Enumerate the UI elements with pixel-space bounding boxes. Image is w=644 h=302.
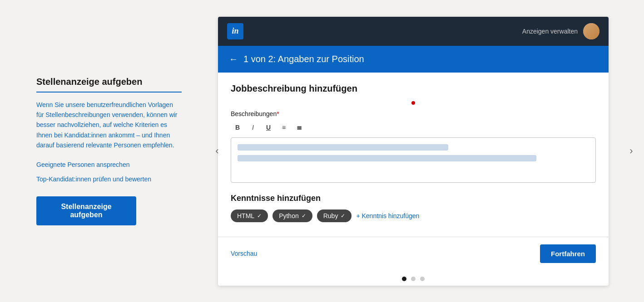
step-header: ← 1 von 2: Angaben zur Position — [218, 46, 609, 73]
nav-arrow-left[interactable]: ‹ — [209, 143, 225, 159]
step-title: 1 von 2: Angaben zur Position — [243, 54, 364, 64]
skill-python-check: ✓ — [302, 213, 306, 219]
numbered-list-button[interactable]: ≣ — [292, 121, 306, 134]
avatar-image — [583, 23, 599, 39]
sidebar-link-top-part2: bewerten — [125, 175, 151, 183]
bullet-list-button[interactable]: ≡ — [277, 121, 291, 134]
sidebar-cta: Stellenanzeige aufgeben — [36, 196, 182, 225]
skill-ruby-label: Ruby — [323, 212, 338, 219]
card-body: Jobbeschreibung hinzufügen Beschreibunge… — [218, 73, 609, 233]
linkedin-logo: in — [227, 23, 243, 39]
text-toolbar: B I U ≡ ≣ — [231, 121, 596, 134]
skills-title: Kenntnisse hinzufügen — [231, 194, 596, 203]
italic-button[interactable]: I — [246, 121, 260, 134]
skill-html-check: ✓ — [257, 213, 262, 219]
pagination-dots — [218, 277, 609, 286]
bold-button[interactable]: B — [231, 121, 244, 134]
red-dot-indicator — [411, 101, 415, 105]
sidebar-body: Wenn Sie unsere benutzerfreundlichen Vor… — [36, 100, 182, 151]
skill-python-label: Python — [279, 212, 299, 219]
placeholder-line-1 — [238, 144, 448, 151]
sidebar: Stellenanzeige aufgeben Wenn Sie unsere … — [0, 58, 209, 244]
description-editor[interactable] — [231, 137, 596, 183]
header-right: Anzeigen verwalten — [522, 23, 599, 39]
linkedin-header: in Anzeigen verwalten — [218, 17, 609, 46]
placeholder-line-2 — [238, 155, 536, 161]
underline-button[interactable]: U — [262, 121, 275, 134]
manage-text: Anzeigen verwalten — [522, 28, 578, 35]
skill-tag-python[interactable]: Python ✓ — [272, 209, 312, 222]
job-section-title: Jobbeschreibung hinzufügen — [231, 83, 596, 94]
dot-2 — [411, 277, 416, 281]
continue-button[interactable]: Fortfahren — [540, 244, 596, 263]
card-footer: Vorschau Fortfahren — [218, 237, 609, 270]
skill-html-label: HTML — [237, 212, 254, 219]
main-card: in Anzeigen verwalten ← 1 von 2: Angaben… — [218, 17, 609, 286]
dot-1 — [402, 277, 406, 281]
skill-tag-html[interactable]: HTML ✓ — [231, 209, 268, 222]
dot-3 — [420, 277, 425, 281]
sidebar-link-geeignete[interactable]: Geeignete Personen ansprechen — [36, 161, 182, 168]
page-wrapper: Stellenanzeige aufgeben Wenn Sie unsere … — [0, 0, 644, 302]
back-arrow-icon[interactable]: ← — [229, 54, 238, 64]
skills-row: HTML ✓ Python ✓ Ruby ✓ + Kenntnis hinzuf… — [231, 209, 596, 222]
description-label: Beschreibungen* — [231, 110, 596, 117]
preview-link[interactable]: Vorschau — [231, 250, 257, 257]
skill-tag-ruby[interactable]: Ruby ✓ — [317, 209, 352, 222]
sidebar-link-top-part1: Top-Kandidat:innen prüfen und — [36, 175, 125, 183]
add-skill-button[interactable]: + Kenntnis hinzufügen — [356, 212, 419, 219]
avatar — [583, 23, 599, 39]
add-skill-label: + Kenntnis hinzufügen — [356, 212, 419, 219]
sidebar-link-top[interactable]: Top-Kandidat:innen prüfen und bewerten — [36, 175, 182, 183]
stellenanzeige-cta-button[interactable]: Stellenanzeige aufgeben — [36, 196, 136, 225]
skills-section: Kenntnisse hinzufügen HTML ✓ Python ✓ Ru… — [231, 194, 596, 222]
sidebar-title: Stellenanzeige aufgeben — [36, 77, 182, 93]
skill-ruby-check: ✓ — [341, 213, 345, 219]
nav-arrow-right[interactable]: › — [623, 143, 639, 159]
